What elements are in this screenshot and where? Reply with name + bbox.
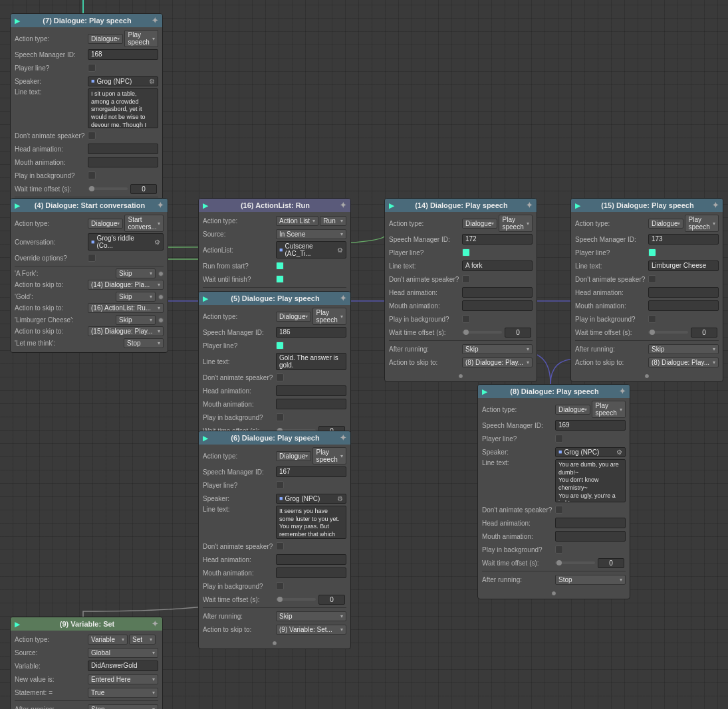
- node-7-actiontype-select[interactable]: Dialogue: [88, 34, 123, 44]
- node-15-actiontype-select[interactable]: Dialogue: [648, 219, 683, 229]
- node-6-mouthanim-value[interactable]: [276, 567, 346, 578]
- node-14-linetext-value[interactable]: A fork: [462, 260, 533, 271]
- node-9-actiontype-select[interactable]: Variable: [88, 635, 128, 645]
- node-8-dontanimate-check[interactable]: [555, 506, 563, 514]
- node-7-linetext-value[interactable]: I sit upon a table, among a crowded smor…: [88, 88, 158, 128]
- node-4-fork-a-select[interactable]: Skip: [116, 268, 156, 278]
- node-15-playerline-check[interactable]: [648, 249, 656, 256]
- node-7-subaction-select[interactable]: Play speech: [124, 30, 158, 47]
- node-14-dontanimate-check[interactable]: [462, 275, 470, 283]
- node-4-fork-limburger-skip-select[interactable]: (15) Dialogue: Play...: [88, 326, 164, 336]
- node-6-afterrunning-select[interactable]: Skip: [276, 611, 346, 621]
- node-6-gear-icon[interactable]: ⚙: [337, 495, 343, 502]
- node-16-waituntil-check[interactable]: [276, 275, 284, 283]
- node-15-linetext-value[interactable]: Limburger Cheese: [648, 260, 719, 271]
- node-14-skipto-select[interactable]: (8) Dialogue: Play...: [462, 357, 533, 367]
- node-6-skipto-select[interactable]: (9) Variable: Set...: [276, 625, 346, 635]
- node-16-gear-icon[interactable]: ⚙: [337, 247, 343, 254]
- node-8-slider[interactable]: [555, 561, 595, 564]
- node-4-fork-let-select[interactable]: Stop: [124, 338, 164, 348]
- node-15-star[interactable]: ✦: [712, 201, 719, 210]
- node-15-afterrunning-select[interactable]: Skip: [648, 344, 719, 354]
- node-14-subaction-select[interactable]: Play speech: [499, 215, 533, 232]
- node-5-linetext-value[interactable]: Gold. The answer is gold.: [276, 353, 346, 370]
- node-9-variable-value[interactable]: DidAnswerGold: [88, 660, 158, 671]
- node-5-mouthanim-value[interactable]: [276, 399, 346, 409]
- node-9-source-select[interactable]: Global: [88, 648, 158, 658]
- node-9-afterrunning-select[interactable]: Stop: [88, 704, 158, 710]
- node-14-headanim-value[interactable]: [462, 287, 533, 298]
- node-8-playerline-check[interactable]: [555, 435, 563, 443]
- node-8-playbg-check[interactable]: [555, 546, 563, 554]
- node-15-mouthanim-value[interactable]: [648, 300, 719, 311]
- node-14-star[interactable]: ✦: [526, 201, 533, 210]
- node-15-headanim-value[interactable]: [648, 287, 719, 298]
- node-4-fork-gold-skip-select[interactable]: (16) ActionList: Ru...: [88, 303, 164, 313]
- node-15-playbg-check[interactable]: [648, 315, 656, 323]
- node-6-playbg-check[interactable]: [276, 582, 284, 590]
- node-15-waittime-value[interactable]: 0: [691, 328, 717, 338]
- node-8-actiontype-select[interactable]: Dialogue: [555, 405, 590, 415]
- node-7-mouthanim-value[interactable]: [88, 157, 158, 167]
- node-8-gear-icon[interactable]: ⚙: [616, 449, 622, 456]
- node-15-slider[interactable]: [648, 331, 688, 334]
- node-7-dontanimate-check[interactable]: [88, 132, 96, 140]
- node-6-headanim-value[interactable]: [276, 554, 346, 565]
- node-6-playerline-check[interactable]: [276, 481, 284, 489]
- node-8-headanim-value[interactable]: [555, 518, 626, 528]
- node-5-star[interactable]: ✦: [340, 294, 346, 303]
- node-5-headanim-value[interactable]: [276, 385, 346, 396]
- node-6-waittime-value[interactable]: 0: [318, 595, 345, 605]
- node-16-subaction-select[interactable]: Run: [320, 216, 346, 226]
- node-4-conv-value[interactable]: ■ Grog's riddle (Co... ⚙: [88, 233, 164, 251]
- node-14-slider[interactable]: [462, 331, 502, 334]
- node-6-star[interactable]: ✦: [340, 433, 346, 443]
- node-9-star[interactable]: ✦: [152, 619, 158, 629]
- node-7-playbg-check[interactable]: [88, 171, 96, 179]
- node-8-afterrunning-select[interactable]: Stop: [555, 575, 626, 585]
- node-9-newvalue-select[interactable]: Entered Here: [88, 674, 158, 684]
- node-16-actiontype-select[interactable]: Action List: [276, 216, 318, 226]
- node-15-subaction-select[interactable]: Play speech: [685, 215, 719, 232]
- node-14-mouthanim-value[interactable]: [462, 300, 533, 311]
- node-7-star[interactable]: ✦: [152, 16, 158, 25]
- node-6-dontanimate-check[interactable]: [276, 542, 284, 550]
- node-8-star[interactable]: ✦: [619, 387, 626, 396]
- node-15-skipto-select[interactable]: (8) Dialogue: Play...: [648, 357, 719, 367]
- node-14-afterrunning-select[interactable]: Skip: [462, 344, 533, 354]
- node-8-waittime-value[interactable]: 0: [598, 558, 624, 568]
- node-9-subaction-select[interactable]: Set: [129, 635, 156, 645]
- node-7-gear-icon[interactable]: ⚙: [149, 78, 155, 85]
- node-7-headanim-value[interactable]: [88, 144, 158, 154]
- node-5-actiontype-select[interactable]: Dialogue: [276, 312, 311, 322]
- node-14-waittime-value[interactable]: 0: [505, 328, 531, 338]
- node-7-playerline-check[interactable]: [88, 64, 96, 72]
- node-14-playbg-check[interactable]: [462, 315, 470, 323]
- node-16-runfromstart-check[interactable]: [276, 262, 284, 270]
- node-7-waittime-value[interactable]: 0: [130, 184, 157, 194]
- node-8-mouthanim-value[interactable]: [555, 531, 626, 542]
- node-8-linetext-value[interactable]: You are dumb, you are dumb!~ You don't k…: [555, 459, 626, 502]
- node-5-playerline-check[interactable]: [276, 342, 284, 350]
- node-14-playerline-check[interactable]: [462, 249, 470, 256]
- node-4-fork-a-skip-select[interactable]: (14) Dialogue: Pla...: [88, 280, 164, 290]
- node-8-subaction-select[interactable]: Play speech: [592, 401, 626, 418]
- node-4-subaction-select[interactable]: Start convers...: [124, 215, 164, 232]
- node-4-fork-limburger-select[interactable]: Skip: [116, 315, 156, 325]
- node-9-statement-select[interactable]: True: [88, 688, 158, 698]
- node-5-subaction-select[interactable]: Play speech: [312, 308, 346, 325]
- node-6-slider[interactable]: [276, 598, 316, 601]
- node-16-source-select[interactable]: In Scene: [276, 229, 346, 239]
- node-5-playbg-check[interactable]: [276, 413, 284, 421]
- node-4-actiontype-select[interactable]: Dialogue: [88, 219, 123, 229]
- node-14-actiontype-select[interactable]: Dialogue: [462, 219, 497, 229]
- node-6-subaction-select[interactable]: Play speech: [312, 447, 346, 464]
- node-15-dontanimate-check[interactable]: [648, 275, 656, 283]
- node-4-gear-icon[interactable]: ⚙: [154, 239, 160, 246]
- node-5-dontanimate-check[interactable]: [276, 373, 284, 381]
- node-4-override-check[interactable]: [88, 254, 96, 262]
- node-16-actionlist-value[interactable]: ■ Cutscene (AC_Ti... ⚙: [276, 241, 346, 258]
- node-6-linetext-value[interactable]: It seems you have some luster to you yet…: [276, 506, 346, 539]
- node-6-actiontype-select[interactable]: Dialogue: [276, 451, 311, 461]
- node-4-fork-gold-select[interactable]: Skip: [116, 292, 156, 302]
